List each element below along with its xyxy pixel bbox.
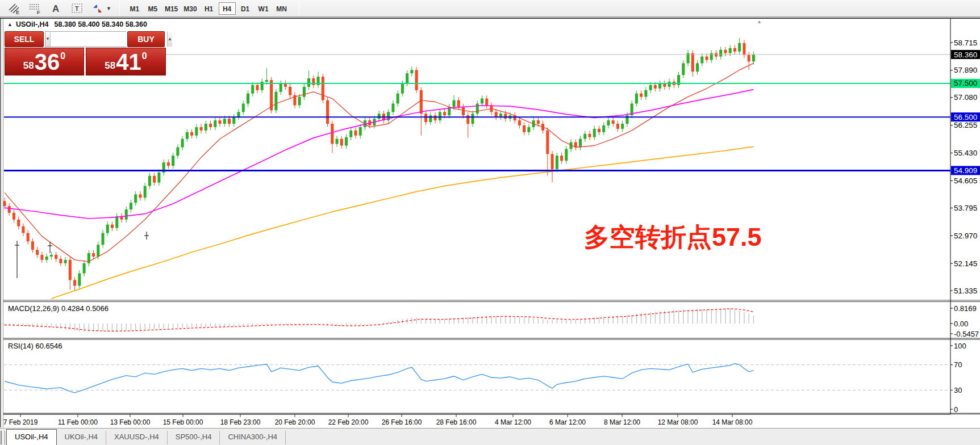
ask-price-big: 41 — [116, 49, 141, 74]
timeframe-group: M1M5M15M30H1H4D1W1MN — [126, 2, 291, 15]
svg-text:28 Feb 16:00: 28 Feb 16:00 — [436, 418, 477, 426]
scroll-marker-icon[interactable]: ▲ — [757, 19, 762, 24]
symbol-tab-china300h4[interactable]: CHINA300-,H4 — [220, 431, 286, 444]
svg-text:55.430: 55.430 — [954, 149, 977, 157]
timeframe-button-m30[interactable]: M30 — [181, 2, 199, 15]
toolbar-separator — [119, 2, 120, 15]
symbol-tab-usoilh4[interactable]: USOil-,H4 — [6, 429, 57, 445]
rsi-line — [5, 363, 753, 393]
svg-text:F: F — [37, 10, 40, 15]
chart-symbol-period: USOil-,H4 — [16, 20, 49, 28]
rsi-label: RSI(14) 60.6546 — [8, 342, 62, 350]
svg-text:T: T — [75, 5, 79, 12]
svg-text:8 Mar 12:00: 8 Mar 12:00 — [604, 418, 640, 426]
svg-text:11 Feb 00:00: 11 Feb 00:00 — [58, 418, 98, 426]
chart-ohlc-values: 58.380 58.400 58.340 58.360 — [55, 20, 147, 28]
mt4-window: E F A T ▼ M1M5M15M30H1H4D1W1MN 58.71558.… — [0, 0, 980, 445]
svg-text:-0.5457: -0.5457 — [954, 330, 979, 338]
svg-text:57.890: 57.890 — [954, 66, 977, 74]
ellipse-tool-icon[interactable]: E — [7, 2, 21, 15]
svg-text:51.335: 51.335 — [954, 287, 977, 295]
dropdown-caret-icon[interactable]: ▼ — [106, 6, 111, 11]
svg-text:100: 100 — [954, 342, 966, 350]
timeframe-button-m1[interactable]: M1 — [126, 2, 143, 15]
svg-text:A: A — [52, 3, 59, 14]
volume-down-button[interactable]: ▼ — [45, 32, 51, 47]
svg-text:56.255: 56.255 — [954, 121, 977, 129]
timeframe-button-w1[interactable]: W1 — [255, 2, 272, 15]
bid-price-sup: 0 — [60, 51, 65, 61]
svg-text:57.500: 57.500 — [954, 79, 977, 87]
chart-window-border — [0, 18, 980, 19]
collapse-chart-icon[interactable]: ▲ — [7, 22, 12, 27]
bid-price-prefix: 58 — [23, 60, 34, 72]
tabbar-grip[interactable] — [1, 431, 5, 444]
volume-up-button[interactable]: ▲ — [167, 32, 172, 47]
svg-text:52.145: 52.145 — [954, 259, 977, 268]
symbol-tab-ukoilh4[interactable]: UKOil-,H4 — [57, 431, 107, 444]
ask-price-panel[interactable]: 58 41 0 — [86, 48, 166, 75]
svg-text:58.715: 58.715 — [954, 39, 977, 47]
volume-stepper: ▼ ▲ — [45, 31, 126, 47]
svg-text:6 Mar 12:00: 6 Mar 12:00 — [549, 418, 586, 426]
svg-text:26 Feb 16:00: 26 Feb 16:00 — [382, 418, 422, 426]
symbol-tab-sp500h4[interactable]: SP500-,H4 — [168, 431, 220, 444]
svg-text:12 Mar 08:00: 12 Mar 08:00 — [658, 418, 698, 426]
fibonacci-tool-icon[interactable]: F — [28, 2, 42, 15]
text-tool-icon[interactable]: T — [70, 2, 84, 15]
timeframe-button-m5[interactable]: M5 — [144, 2, 161, 15]
svg-text:7 Feb 2019: 7 Feb 2019 — [3, 418, 38, 426]
svg-text:15 Feb 00:00: 15 Feb 00:00 — [163, 418, 203, 426]
arrows-tool-icon[interactable] — [91, 2, 105, 15]
timeframe-button-d1[interactable]: D1 — [237, 2, 254, 15]
svg-text:53.795: 53.795 — [954, 204, 977, 212]
svg-text:0.8169: 0.8169 — [954, 304, 977, 313]
chart-header: ▲ USOil-,H4 58.380 58.400 58.340 58.360 — [7, 20, 147, 28]
svg-text:18 Feb 23:00: 18 Feb 23:00 — [220, 418, 261, 426]
symbol-tabbar: USOil-,H4UKOil-,H4XAUUSD-,H4SP500-,H4CHI… — [0, 428, 980, 445]
buy-button[interactable]: BUY — [127, 31, 165, 47]
chart-annotation-text: 多空转折点57.5 — [584, 224, 762, 250]
timeframe-button-h1[interactable]: H1 — [201, 2, 218, 15]
tabs-container: USOil-,H4UKOil-,H4XAUUSD-,H4SP500-,H4CHI… — [6, 429, 286, 445]
svg-text:58.360: 58.360 — [954, 51, 977, 59]
medium-ma-line — [5, 90, 753, 219]
svg-text:54.605: 54.605 — [954, 177, 977, 185]
one-click-trade-panel: SELL ▼ ▲ BUY 58 36 0 58 41 0 — [5, 31, 166, 77]
svg-text:4 Mar 12:00: 4 Mar 12:00 — [495, 418, 531, 426]
window-grip[interactable] — [0, 19, 3, 427]
svg-text:57.080: 57.080 — [954, 93, 977, 102]
svg-text:E: E — [16, 10, 19, 15]
toolbar-separator-2 — [299, 2, 299, 15]
ask-price-sup: 0 — [142, 51, 147, 61]
svg-text:70: 70 — [954, 360, 962, 369]
svg-text:54.909: 54.909 — [954, 166, 977, 175]
bid-price-big: 36 — [35, 49, 60, 74]
ask-price-prefix: 58 — [105, 60, 115, 72]
svg-text:52.970: 52.970 — [954, 232, 977, 240]
text-label-tool-icon[interactable]: A — [49, 2, 63, 15]
svg-text:22 Feb 20:00: 22 Feb 20:00 — [328, 418, 369, 426]
timeframe-button-m15[interactable]: M15 — [162, 2, 180, 15]
timeframe-button-mn[interactable]: MN — [273, 2, 290, 15]
sell-button[interactable]: SELL — [5, 31, 44, 47]
toolbar: E F A T ▼ M1M5M15M30H1H4D1W1MN — [0, 0, 980, 17]
svg-text:0.00: 0.00 — [954, 320, 968, 328]
svg-text:0: 0 — [954, 405, 958, 414]
svg-text:13 Feb 00:00: 13 Feb 00:00 — [110, 418, 151, 426]
symbol-tab-xauusdh4[interactable]: XAUUSD-,H4 — [106, 431, 168, 444]
bid-price-panel[interactable]: 58 36 0 — [5, 48, 84, 75]
svg-text:20 Feb 20:00: 20 Feb 20:00 — [275, 418, 315, 426]
svg-text:56.500: 56.500 — [954, 113, 977, 121]
macd-label: MACD(12,26,9) 0.4284 0.5066 — [8, 304, 109, 313]
svg-text:14 Mar 08:00: 14 Mar 08:00 — [712, 418, 753, 426]
timeframe-button-h4[interactable]: H4 — [219, 2, 236, 15]
svg-text:30: 30 — [954, 386, 962, 394]
